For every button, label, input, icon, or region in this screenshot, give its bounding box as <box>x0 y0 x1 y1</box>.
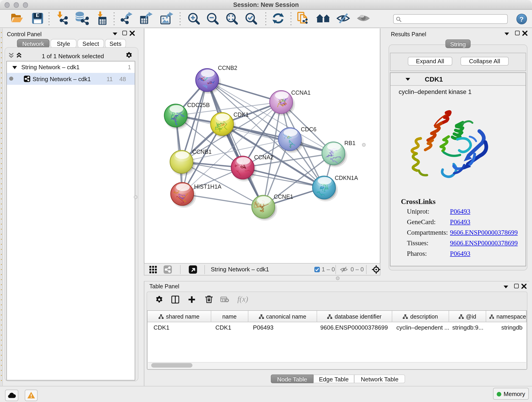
svg-text:RB1: RB1 <box>344 140 355 146</box>
svg-text:CDKN1A: CDKN1A <box>335 174 358 181</box>
svg-text:CCNA2: CCNA2 <box>254 154 273 160</box>
svg-text:HIST1H1A: HIST1H1A <box>194 183 221 190</box>
svg-text:CDC25B: CDC25B <box>187 102 210 108</box>
svg-text:CDC6: CDC6 <box>301 126 316 132</box>
svg-text:CCNB2: CCNB2 <box>218 64 237 71</box>
svg-text:CCNA1: CCNA1 <box>291 89 310 96</box>
svg-text:CCNB1: CCNB1 <box>192 148 211 155</box>
svg-text:CDK1: CDK1 <box>233 111 249 118</box>
svg-text:CCNE1: CCNE1 <box>273 193 293 200</box>
